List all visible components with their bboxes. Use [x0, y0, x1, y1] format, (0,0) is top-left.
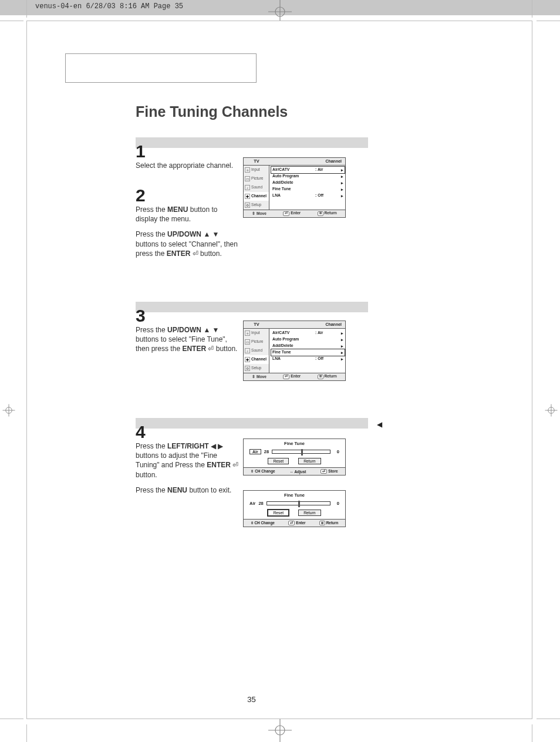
crop-mark: [26, 0, 27, 18]
finetune-slider: [272, 450, 330, 454]
menu-icon: Ⅲ: [318, 211, 323, 216]
osd-side-input: ⎆Input: [244, 166, 269, 174]
updown-icon: ▲ ▼: [203, 230, 219, 238]
menu-icon: Ⅲ: [318, 375, 323, 379]
osd-row-finetune: Fine Tune▸: [272, 186, 343, 193]
osd-side-picture: ▭Picture: [244, 174, 269, 183]
crop-mark: [0, 719, 23, 719]
registration-mark-left: [0, 402, 18, 419]
osd-side-channel: ✚Channel: [244, 192, 269, 201]
step-number-2: 2: [136, 186, 146, 205]
updown-icon: ⇳: [252, 375, 255, 379]
updown-icon: ⇳: [252, 211, 255, 215]
enter-icon: ⏎: [283, 211, 289, 216]
leftright-icon: ↔: [290, 470, 294, 474]
enter-icon: ⏎: [288, 521, 295, 525]
finetune-channel: 28: [258, 501, 263, 506]
registration-mark-right: [542, 402, 560, 419]
step-text-2: Press the MENU button to display the men…: [136, 205, 241, 258]
osd-sidebar: ⎆Input ▭Picture ♪Sound ✚Channel ⚙Setup: [244, 166, 269, 210]
osd-menu-channel-1: TV Channel ⎆Input ▭Picture ♪Sound ✚Chann…: [243, 157, 346, 218]
finetune-popup-a: Fine Tune Air 28 0 Reset Return ⇳ CH Cha…: [243, 439, 346, 475]
osd-menu-channel-2: TV Channel ⎆Input ▭Picture ♪Sound ✚Chann…: [243, 321, 346, 381]
osd-footer: ⇳ Move ⏎Enter ⅢReturn: [244, 210, 345, 217]
menu-icon: Ⅲ: [319, 521, 325, 525]
updown-icon: ⇳: [251, 521, 254, 525]
crop-mark: [537, 21, 560, 21]
osd-side-channel: ✚Channel: [244, 355, 269, 364]
osd-side-sound: ♪Sound: [244, 183, 269, 192]
step-text-3: Press the UP/DOWN ▲ ▼ buttons to select …: [136, 325, 241, 354]
section-bar: [136, 302, 368, 312]
osd-row-autoprogram: Auto Program▸: [272, 336, 343, 343]
osd-row-finetune: Fine Tune▸: [271, 349, 345, 356]
osd-side-setup: ⚙Setup: [244, 364, 269, 373]
osd-side-picture: ▭Picture: [244, 338, 269, 346]
finetune-popup-b: Fine Tune Air 28 0 Reset Return ⇳ CH Cha…: [243, 490, 346, 527]
finetune-footer: ⇳ CH Change ↔ Adjust ⏎Store: [244, 467, 345, 475]
osd-row-aircatv: Air/CATV: Air▸: [272, 330, 343, 336]
enter-icon: ⏎: [283, 375, 289, 379]
finetune-source: Air: [249, 501, 255, 506]
leftright-icon: ◀ ▶: [211, 442, 223, 450]
finetune-value: 0: [333, 449, 339, 454]
step-text-4: Press the LEFT/RIGHT ◀ ▶ buttons to adju…: [136, 441, 241, 495]
osd-row-aircatv: Air/CATV: Air▸: [271, 167, 345, 173]
section-bar: [136, 137, 368, 148]
finetune-channel: 28: [264, 449, 269, 454]
step-number-4: 4: [136, 422, 146, 442]
section-bar: [136, 418, 368, 429]
osd-row-adddelete: Add/Delete▸: [272, 343, 343, 349]
crop-mark: [532, 724, 532, 742]
finetune-title: Fine Tune: [244, 439, 345, 449]
osd-side-input: ⎆Input: [244, 329, 269, 338]
osd-row-adddelete: Add/Delete▸: [272, 180, 343, 186]
registration-mark-bottom: [268, 719, 292, 742]
osd-row-lna: LNA: Off▸: [272, 356, 343, 362]
page-frame: Fine Tuning Channels 1 Select the approp…: [26, 21, 532, 719]
updown-icon: ⇳: [251, 469, 254, 473]
osd-row-lna: LNA: Off▸: [272, 193, 343, 199]
finetune-reset-button: Reset: [268, 458, 289, 464]
page-title: Fine Tuning Channels: [136, 103, 288, 120]
crop-mark: [0, 21, 23, 21]
finetune-value: 0: [333, 501, 339, 506]
osd-side-setup: ⚙Setup: [244, 201, 269, 210]
step-number-1: 1: [136, 141, 146, 161]
crop-mark: [26, 724, 27, 742]
enter-icon: ⏎: [321, 469, 327, 474]
osd-main: Air/CATV: Air▸ Auto Program▸ Add/Delete▸…: [269, 329, 345, 373]
osd-footer: ⇳ Move ⏎Enter ⅢReturn: [244, 373, 345, 380]
step-number-3: 3: [136, 306, 146, 326]
finetune-title: Fine Tune: [244, 491, 345, 501]
finetune-reset-button: Reset: [268, 510, 289, 516]
finetune-return-button: Return: [298, 510, 321, 516]
osd-main: Air/CATV: Air▸ Auto Program▸ Add/Delete▸…: [269, 166, 345, 210]
finetune-source: Air: [249, 449, 261, 454]
enter-icon: ⏎: [232, 461, 238, 469]
registration-mark-top: [268, 0, 292, 23]
osd-tv-label: TV: [244, 158, 269, 165]
enter-icon: ⏎: [208, 345, 214, 353]
step-text-1: Select the appropriate channel.: [136, 161, 241, 170]
osd-side-sound: ♪Sound: [244, 346, 269, 355]
osd-channel-label: Channel: [269, 321, 345, 328]
finetune-footer: ⇳ CH Change ⏎Enter ⅢReturn: [244, 519, 345, 527]
finetune-return-button: Return: [298, 458, 321, 464]
enter-icon: ⏎: [193, 249, 198, 258]
osd-sidebar: ⎆Input ▭Picture ♪Sound ✚Channel ⚙Setup: [244, 329, 269, 373]
finetune-slider: [266, 501, 330, 505]
crop-mark: [532, 0, 532, 18]
page-number: 35: [136, 695, 367, 704]
header-box-empty: [65, 53, 257, 83]
osd-tv-label: TV: [244, 321, 269, 328]
osd-row-autoprogram: Auto Program▸: [272, 173, 343, 180]
osd-channel-label: Channel: [269, 158, 345, 165]
crop-mark: [537, 719, 560, 719]
updown-icon: ▲ ▼: [203, 326, 219, 334]
margin-arrow-icon: ◀: [377, 420, 382, 429]
